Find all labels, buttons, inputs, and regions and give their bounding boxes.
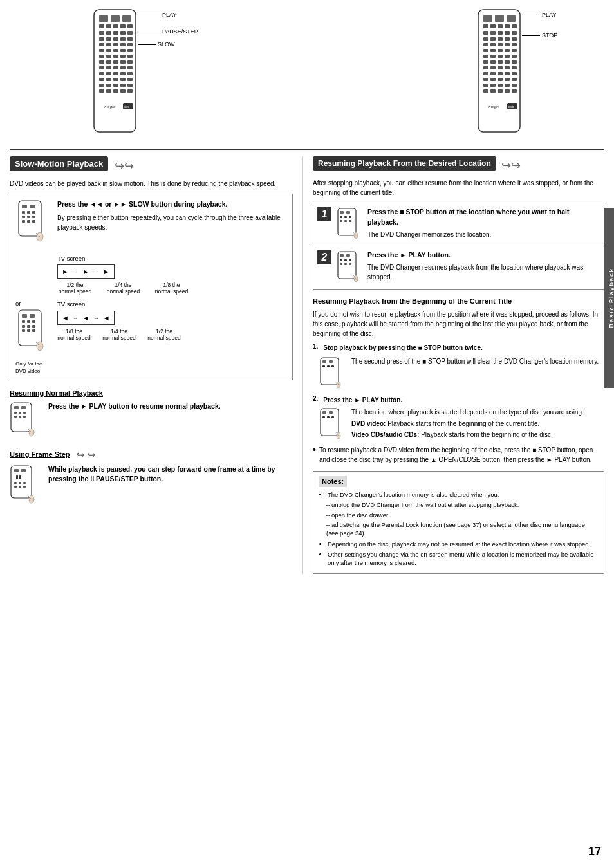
step-2: 2	[313, 246, 604, 290]
step-2-bold: Press the ► PLAY button.	[367, 250, 600, 261]
svg-rect-180	[23, 482, 26, 484]
svg-rect-123	[498, 84, 503, 87]
resuming-normal-bold: Press the ► PLAY button to resume normal…	[48, 402, 221, 412]
svg-rect-221	[331, 416, 334, 418]
svg-rect-201	[344, 259, 347, 261]
dvd-label: DVD video:	[351, 420, 386, 427]
svg-rect-25	[106, 49, 111, 52]
svg-rect-192	[340, 220, 342, 222]
svg-rect-86	[483, 43, 488, 46]
svg-rect-154	[22, 325, 25, 328]
step-2-content: Press the ► PLAY button. The DVD Changer…	[367, 250, 600, 282]
svg-rect-48	[127, 72, 133, 75]
step1b-remote-svg	[319, 356, 346, 390]
svg-rect-81	[483, 37, 488, 41]
svg-rect-209	[322, 360, 326, 363]
svg-rect-93	[498, 49, 503, 52]
pause-remote-hand-svg	[10, 465, 42, 506]
svg-rect-7	[120, 24, 126, 28]
tv-screen-label-2: TV screen	[57, 300, 287, 309]
svg-text:dvd: dvd	[508, 105, 514, 109]
svg-rect-44	[99, 72, 104, 75]
beginning-step2-num: 2.	[313, 395, 318, 402]
svg-text:integra: integra	[488, 105, 500, 109]
svg-rect-116	[483, 78, 488, 81]
svg-rect-88	[498, 43, 503, 46]
slow-instruction-text: Press the ◄◄ or ►► SLOW button during pl…	[57, 199, 287, 232]
svg-rect-82	[490, 37, 496, 41]
svg-rect-110	[512, 66, 517, 69]
frame-step-section: Using Frame Step ↪ ↪	[10, 449, 293, 508]
step-2-body: The DVD Changer resumes playback from th…	[367, 263, 600, 282]
slow-label: SLOW	[158, 41, 175, 48]
notes-list: The DVD Changer's location memory is als…	[328, 490, 599, 499]
pause-step-label: PAUSE/STEP	[162, 28, 198, 35]
svg-rect-105	[512, 60, 517, 64]
step1-detail-icon	[319, 356, 346, 391]
svg-rect-55	[106, 84, 111, 87]
svg-rect-39	[99, 66, 104, 69]
only-dvd-label: Only for theDVD video	[15, 361, 51, 374]
beginning-step1: 1. Stop playback by pressing the ■ STOP …	[313, 343, 604, 353]
svg-rect-35	[106, 60, 111, 64]
svg-rect-23	[127, 43, 133, 46]
steps-container: 1	[313, 203, 604, 290]
svg-rect-83	[498, 37, 503, 41]
bullet-resume: • To resume playback a DVD video from th…	[313, 445, 604, 465]
svg-rect-198	[340, 254, 344, 257]
resuming-normal-section: Resuming Normal Playback	[10, 388, 293, 441]
svg-rect-190	[344, 216, 347, 218]
bullet-icon: •	[313, 445, 316, 454]
svg-rect-77	[490, 31, 496, 35]
svg-rect-127	[490, 89, 496, 93]
svg-rect-36	[113, 60, 118, 64]
svg-rect-205	[349, 263, 351, 265]
svg-rect-167	[23, 412, 26, 414]
svg-rect-2	[111, 15, 120, 22]
svg-rect-182	[19, 486, 21, 488]
svg-rect-106	[483, 66, 488, 69]
svg-rect-139	[32, 211, 35, 214]
step2b-remote-svg	[319, 407, 346, 441]
svg-rect-138	[27, 211, 30, 214]
svg-rect-100	[512, 55, 517, 58]
beginning-section: Resuming Playback from the Beginning of …	[313, 296, 604, 465]
right-remote-diagram: integra dvd PLAY STOP	[472, 6, 526, 140]
svg-rect-150	[30, 314, 35, 318]
svg-rect-121	[483, 84, 488, 87]
svg-rect-56	[113, 84, 118, 87]
svg-rect-212	[327, 365, 330, 367]
svg-rect-59	[99, 89, 104, 93]
svg-rect-28	[127, 49, 133, 52]
main-content: Slow-Motion Playback ↪↪ DVD videos can b…	[6, 156, 608, 574]
step2-body-intro: The location where playback is started d…	[351, 407, 584, 417]
svg-rect-189	[340, 216, 342, 218]
svg-rect-124	[505, 84, 510, 87]
svg-rect-176	[16, 475, 18, 479]
beginning-step1-num: 1.	[313, 343, 318, 350]
svg-rect-32	[120, 55, 126, 58]
curl-decoration-2: ↪ ↪	[77, 449, 96, 461]
resume-desired-intro: After stopping playback, you can either …	[313, 178, 604, 198]
svg-rect-119	[505, 78, 510, 81]
svg-rect-87	[490, 43, 496, 46]
resuming-normal-heading: Resuming Normal Playback	[10, 388, 293, 399]
svg-rect-200	[340, 259, 342, 261]
svg-rect-51	[113, 78, 118, 81]
svg-rect-177	[19, 475, 21, 479]
resume-desired-header: Resuming Playback From the Desired Locat…	[313, 156, 496, 171]
tv-frame-forward: ► → ► → ►	[57, 264, 115, 279]
svg-rect-71	[483, 24, 488, 28]
notes-box: Notes: The DVD Changer's location memory…	[313, 471, 604, 575]
svg-rect-169	[19, 416, 21, 418]
svg-rect-68	[483, 15, 492, 22]
svg-rect-76	[483, 31, 488, 35]
svg-rect-135	[22, 205, 27, 208]
svg-rect-30	[106, 55, 111, 58]
svg-rect-4	[99, 24, 104, 28]
svg-rect-47	[120, 72, 126, 75]
beginning-step1-body: The second press of the ■ STOP button wi…	[351, 356, 599, 366]
svg-rect-11	[113, 31, 118, 35]
svg-rect-43	[127, 66, 133, 69]
backward-remote-hand-svg	[15, 309, 51, 357]
